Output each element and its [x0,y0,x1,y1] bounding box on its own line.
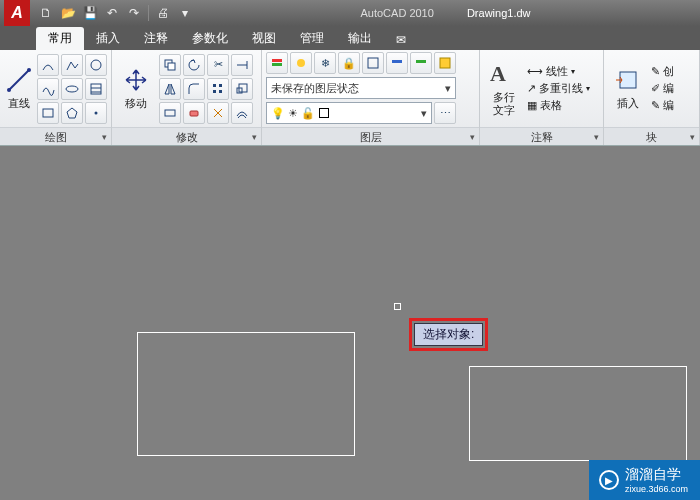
panel-annot-label[interactable]: 注释 [480,127,603,145]
layer-props-icon[interactable] [266,52,288,74]
explode-icon[interactable] [207,102,229,124]
table-button[interactable]: ▦ 表格 [527,98,590,113]
svg-rect-18 [219,90,222,93]
layer-state-combo[interactable]: 未保存的图层状态 [266,77,456,99]
svg-point-2 [27,68,31,72]
polygon-icon[interactable] [61,102,83,124]
command-tooltip: 选择对象: [414,323,483,346]
layer-freeze-icon[interactable]: ❄ [314,52,336,74]
play-icon: ▶ [599,470,619,490]
mleader-button[interactable]: ↗ 多重引线 ▾ [527,81,590,96]
layer-state-icon[interactable] [434,52,456,74]
arc-icon[interactable] [37,54,59,76]
fillet-icon[interactable] [183,78,205,100]
line-icon [5,66,33,94]
dim-icon: ⟷ [527,65,543,78]
hatch-icon[interactable] [85,78,107,100]
mtext-button[interactable]: A 多行 文字 [484,61,524,115]
line-button[interactable]: 直线 [4,66,34,111]
titlebar: A 🗋 📂 💾 ↶ ↷ 🖨 ▾ AutoCAD 2010 Drawing1.dw [0,0,700,26]
tab-home[interactable]: 常用 [36,27,84,50]
spline-icon[interactable] [37,78,59,100]
rectangle-shape[interactable] [137,332,355,456]
chevron-down-icon: ▾ [586,84,590,93]
layer-more-icon[interactable]: ⋯ [434,102,456,124]
edit-attr-button[interactable]: ✎ 编 [651,98,674,113]
block-rows: ✎ 创 ✐ 编 ✎ 编 [651,64,674,113]
rotate-icon[interactable] [183,54,205,76]
layer-match-icon[interactable] [386,52,408,74]
linear-label: 线性 [546,64,568,79]
stretch-icon[interactable] [159,102,181,124]
svg-point-3 [91,60,101,70]
move-button[interactable]: 移动 [116,66,156,111]
qat-undo-icon[interactable]: ↶ [102,3,122,23]
svg-line-0 [9,70,29,90]
tab-mail[interactable]: ✉ [384,30,418,50]
tab-output[interactable]: 输出 [336,27,384,50]
copy-icon[interactable] [159,54,181,76]
mirror-icon[interactable] [159,78,181,100]
drawing-canvas[interactable]: 选择对象: ▶ 溜溜自学 zixue.3d66.com [0,146,700,500]
document-name: Drawing1.dw [467,7,531,19]
app-logo[interactable]: A [4,0,30,26]
layer-current-combo[interactable]: 💡 ☀ 🔓 [266,102,432,124]
move-icon [122,66,150,94]
layer-prev-icon[interactable] [410,52,432,74]
tab-view[interactable]: 视图 [240,27,288,50]
move-label: 移动 [125,96,147,111]
offset-icon[interactable] [231,102,253,124]
panel-layer-label[interactable]: 图层 [262,127,479,145]
circle-icon[interactable] [85,54,107,76]
qat-save-icon[interactable]: 💾 [80,3,100,23]
layer-iso-icon[interactable] [362,52,384,74]
ellipse-icon[interactable] [61,78,83,100]
tab-annotate[interactable]: 注释 [132,27,180,50]
attr-icon: ✎ [651,99,660,112]
tab-parametric[interactable]: 参数化 [180,27,240,50]
cursor-pickbox [394,303,401,310]
layer-lock-icon[interactable]: 🔒 [338,52,360,74]
mleader-label: 多重引线 [539,81,583,96]
array-icon[interactable] [207,78,229,100]
svg-point-10 [95,111,98,114]
panel-block-label[interactable]: 块 [604,127,699,145]
layer-off-icon[interactable] [290,52,312,74]
svg-rect-26 [368,58,378,68]
point-icon[interactable] [85,102,107,124]
svg-rect-17 [213,90,216,93]
qat-new-icon[interactable]: 🗋 [36,3,56,23]
layer-state-value: 未保存的图层状态 [271,81,359,96]
panel-annotation: A 多行 文字 ⟷ 线性 ▾ ↗ 多重引线 ▾ ▦ 表格 [480,50,604,145]
panel-draw: 直线 绘图 [0,50,112,145]
rectangle-icon[interactable] [37,102,59,124]
svg-point-4 [66,86,78,92]
qat-dropdown-icon[interactable]: ▾ [175,3,195,23]
linear-dim-button[interactable]: ⟷ 线性 ▾ [527,64,590,79]
extend-icon[interactable] [231,54,253,76]
panel-modify-label[interactable]: 修改 [112,127,261,145]
watermark: ▶ 溜溜自学 zixue.3d66.com [589,460,700,500]
trim-icon[interactable]: ✂ [207,54,229,76]
polyline-icon[interactable] [61,54,83,76]
insert-block-button[interactable]: 插入 [608,66,648,111]
erase-icon[interactable] [183,102,205,124]
ribbon: 直线 绘图 移动 ✂ [0,50,700,146]
qat-open-icon[interactable]: 📂 [58,3,78,23]
panel-draw-label[interactable]: 绘图 [0,127,111,145]
create-block-button[interactable]: ✎ 创 [651,64,674,79]
scale-icon[interactable] [231,78,253,100]
qat-redo-icon[interactable]: ↷ [124,3,144,23]
svg-rect-8 [43,109,53,117]
edit-icon: ✐ [651,82,660,95]
tab-manage[interactable]: 管理 [288,27,336,50]
rectangle-shape[interactable] [469,366,687,461]
qat-print-icon[interactable]: 🖨 [153,3,173,23]
tooltip-highlight: 选择对象: [409,318,488,351]
edit-block-button[interactable]: ✐ 编 [651,81,674,96]
tab-insert[interactable]: 插入 [84,27,132,50]
svg-rect-15 [213,84,216,87]
svg-rect-28 [416,60,426,63]
insert-label: 插入 [617,96,639,111]
svg-rect-27 [392,60,402,63]
